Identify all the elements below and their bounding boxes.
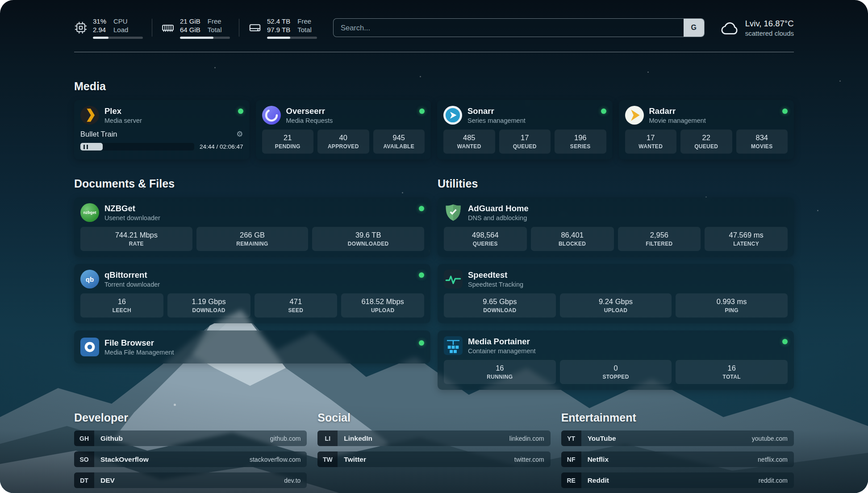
stat-download: 9.65 Gbps DOWNLOAD: [444, 293, 556, 318]
dev-icon: DT: [74, 472, 94, 488]
service-card-filebrowser[interactable]: File Browser Media File Management: [74, 330, 430, 363]
plex-icon: [80, 106, 99, 125]
stat-leech: 16 LEECH: [80, 293, 163, 318]
memory-widget: 21 GiB 64 GiB Free Total: [161, 17, 230, 39]
service-card-qbittorrent[interactable]: qb qBittorrent Torrent downloader 16 LEE…: [74, 264, 430, 323]
disk-free-value: 52.4 TB: [267, 17, 290, 26]
divider: [239, 19, 239, 37]
memory-free-label: Free: [208, 17, 222, 26]
section-title-media: Media: [74, 80, 794, 93]
bookmark-github[interactable]: GH Github github.com: [74, 430, 307, 446]
memory-progress-bar: [180, 37, 230, 39]
status-dot-online: [419, 109, 425, 114]
weather-widget: Lviv, 16.87°C scattered clouds: [721, 19, 794, 37]
stat-ping: 0.993 ms PING: [676, 293, 788, 318]
service-name: AdGuard Home: [468, 204, 529, 213]
plex-now-playing-row: Bullet Train ⚙: [80, 130, 243, 138]
stat-total: 16 TOTAL: [676, 360, 788, 384]
bookmark-group-social: Social LI LinkedIn linkedin.com TW Twitt…: [317, 411, 550, 488]
service-card-sonarr[interactable]: Sonarr Series management 485 WANTED 17 Q…: [437, 100, 613, 159]
service-name: Media Portainer: [468, 337, 536, 347]
status-dot-online: [419, 340, 424, 346]
settings-gear-icon[interactable]: ⚙: [236, 130, 243, 138]
status-dot-online: [419, 272, 424, 278]
snow-specks: [0, 0, 1, 1]
section-title-social: Social: [317, 411, 550, 424]
topbar: 31% 2.94 CPU Load: [74, 15, 794, 40]
memory-free-value: 21 GiB: [180, 17, 200, 26]
playback-time: 24:44 / 02:06:47: [200, 143, 243, 150]
qbittorrent-icon: qb: [80, 270, 99, 288]
radarr-icon: [625, 106, 644, 125]
service-card-adguard[interactable]: AdGuard Home DNS and adblocking 498,564 …: [438, 197, 794, 257]
stat-stopped: 0 STOPPED: [560, 360, 672, 384]
service-subtitle: DNS and adblocking: [468, 214, 529, 221]
service-name: NZBGet: [104, 204, 160, 213]
service-card-overseerr[interactable]: Overseerr Media Requests 21 PENDING 40 A…: [256, 100, 431, 159]
search-bar: G: [333, 18, 705, 37]
service-name: File Browser: [104, 338, 174, 348]
weather-condition: scattered clouds: [745, 29, 794, 37]
bookmark-youtube[interactable]: YT YouTube youtube.com: [561, 430, 794, 446]
disk-icon: [248, 21, 262, 34]
section-documents: Documents & Files nzbget NZBGet Usenet d…: [74, 177, 430, 363]
status-dot-online: [782, 109, 788, 114]
bookmark-group-developer: Developer GH Github github.com SO StackO…: [74, 411, 307, 488]
service-subtitle: Movie management: [649, 117, 706, 124]
pause-icon[interactable]: [83, 145, 88, 149]
bookmark-stackoverflow[interactable]: SO StackOverflow stackoverflow.com: [74, 451, 307, 467]
disk-widget: 52.4 TB 97.9 TB Free Total: [248, 17, 317, 39]
service-card-speedtest[interactable]: Speedtest Speedtest Tracking 9.65 Gbps D…: [438, 264, 794, 323]
status-dot-online: [238, 109, 243, 114]
section-title-utilities: Utilities: [438, 177, 794, 190]
nzbget-icon: nzbget: [80, 203, 99, 222]
memory-total-label: Total: [208, 25, 222, 34]
service-card-plex[interactable]: Plex Media server Bullet Train ⚙: [74, 100, 250, 159]
cloud-icon: [721, 20, 739, 35]
memory-icon: [161, 21, 175, 34]
bookmark-netflix[interactable]: NF Netflix netflix.com: [561, 451, 794, 467]
weather-location: Lviv, 16.87°C: [745, 19, 794, 29]
sonarr-icon: [443, 106, 462, 125]
stat-download: 1.19 Gbps DOWNLOAD: [167, 293, 250, 318]
search-input[interactable]: [334, 19, 684, 37]
overseerr-icon: [262, 106, 281, 125]
status-dot-online: [419, 206, 424, 211]
speedtest-icon: [444, 270, 463, 288]
service-subtitle: Speedtest Tracking: [468, 281, 523, 288]
service-subtitle: Media Requests: [286, 117, 333, 124]
bookmark-dev[interactable]: DT DEV dev.to: [74, 472, 307, 488]
stat-wanted: 485 WANTED: [443, 130, 495, 154]
stat-approved: 40 APPROVED: [317, 130, 369, 154]
topbar-divider: [74, 52, 794, 52]
service-card-portainer[interactable]: Media Portainer Container management 16 …: [438, 330, 794, 390]
reddit-icon: RE: [561, 472, 581, 488]
disk-progress-bar: [267, 37, 317, 39]
service-name: Plex: [104, 106, 142, 116]
status-dot-online: [782, 339, 788, 344]
seek-bar[interactable]: [80, 143, 194, 150]
divider: [152, 19, 152, 37]
stat-queries: 498,564 QUERIES: [444, 227, 527, 251]
cpu-label: CPU: [113, 17, 128, 26]
service-subtitle: Series management: [467, 117, 526, 124]
service-card-nzbget[interactable]: nzbget NZBGet Usenet downloader 744.21 M…: [74, 197, 430, 257]
stat-upload: 9.24 Gbps UPLOAD: [560, 293, 672, 318]
bookmark-group-entertainment: Entertainment YT YouTube youtube.com NF …: [561, 411, 794, 488]
portainer-icon: [444, 336, 463, 355]
section-title-developer: Developer: [74, 411, 307, 424]
stat-running: 16 RUNNING: [444, 360, 556, 384]
service-subtitle: Media server: [104, 117, 142, 124]
now-playing-title: Bullet Train: [80, 130, 117, 138]
bookmark-linkedin[interactable]: LI LinkedIn linkedin.com: [317, 430, 550, 446]
service-subtitle: Container management: [468, 347, 536, 355]
disk-total-value: 97.9 TB: [267, 25, 290, 34]
bookmark-reddit[interactable]: RE Reddit reddit.com: [561, 472, 794, 488]
adguard-icon: [444, 203, 463, 222]
stat-available: 945 AVAILABLE: [373, 130, 425, 154]
bookmark-twitter[interactable]: TW Twitter twitter.com: [317, 451, 550, 467]
service-subtitle: Torrent downloader: [104, 281, 160, 288]
service-card-radarr[interactable]: Radarr Movie management 17 WANTED 22 QUE…: [619, 100, 794, 159]
search-engine-button[interactable]: G: [684, 19, 704, 37]
service-name: Sonarr: [467, 106, 526, 116]
